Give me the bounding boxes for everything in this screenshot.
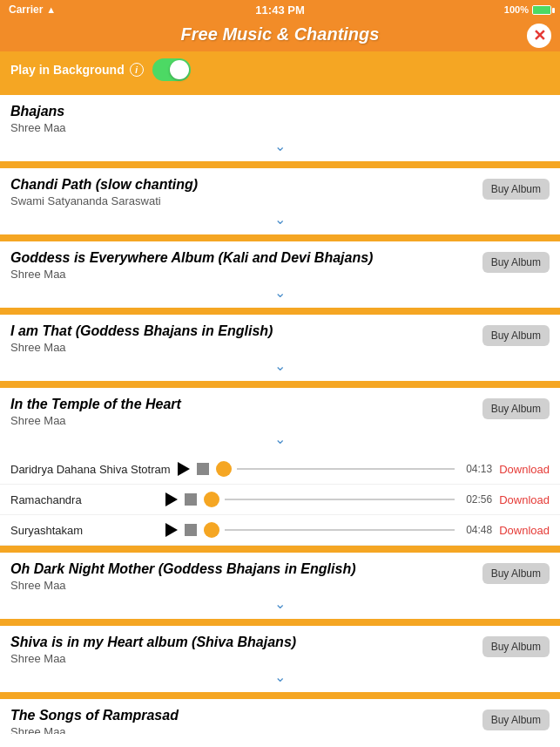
download-button[interactable]: Download bbox=[499, 524, 550, 537]
expand-album-button[interactable]: ⌄ bbox=[0, 592, 560, 619]
battery-icon bbox=[532, 5, 551, 15]
progress-bar[interactable] bbox=[225, 529, 455, 531]
expand-album-button[interactable]: ⌄ bbox=[0, 134, 560, 161]
stop-track-button[interactable] bbox=[197, 463, 209, 475]
album-artist: Shree Maa bbox=[10, 579, 550, 592]
track-duration: 02:56 bbox=[462, 493, 492, 506]
album-row: BhajansShree Maa bbox=[0, 95, 560, 134]
section-divider bbox=[0, 88, 560, 95]
chevron-down-icon: ⌄ bbox=[274, 358, 286, 373]
stop-track-button[interactable] bbox=[185, 493, 197, 506]
progress-dot[interactable] bbox=[204, 522, 219, 538]
album-row: Shiva is in my Heart album (Shiva Bhajan… bbox=[0, 626, 560, 665]
progress-container bbox=[204, 522, 455, 538]
track-name: Ramachandra bbox=[10, 493, 159, 506]
status-bar: Carrier ▲ 11:43 PM 100% bbox=[0, 0, 560, 19]
track-row: Ramachandra02:56Download bbox=[0, 485, 560, 515]
expand-album-button[interactable]: ⌄ bbox=[0, 207, 560, 234]
expand-album-button[interactable]: ⌄ bbox=[0, 281, 560, 308]
section-divider bbox=[0, 546, 560, 553]
album-row: The Songs of RamprasadShree MaaBuy Album bbox=[0, 699, 560, 734]
chevron-down-icon: ⌄ bbox=[274, 285, 286, 300]
progress-bar[interactable] bbox=[237, 468, 455, 470]
album-title: Goddess is Everywhere Album (Kali and De… bbox=[10, 250, 550, 266]
wifi-icon: ▲ bbox=[46, 4, 56, 15]
download-button[interactable]: Download bbox=[499, 493, 550, 506]
buy-album-button[interactable]: Buy Album bbox=[482, 398, 550, 419]
play-background-bar: Play in Background i bbox=[0, 51, 560, 88]
buy-album-button[interactable]: Buy Album bbox=[482, 252, 550, 273]
info-icon[interactable]: i bbox=[130, 63, 144, 77]
album-title: Oh Dark Night Mother (Goddess Bhajans in… bbox=[10, 561, 550, 577]
album-artist: Shree Maa bbox=[10, 121, 550, 134]
album-title: Chandi Path (slow chanting) bbox=[10, 177, 550, 193]
album-title: In the Temple of the Heart bbox=[10, 397, 550, 412]
toggle-knob bbox=[170, 60, 189, 79]
section-divider bbox=[0, 692, 560, 699]
progress-dot[interactable] bbox=[204, 492, 219, 507]
album-artist: Shree Maa bbox=[10, 341, 550, 354]
album-row: Chandi Path (slow chanting)Swami Satyana… bbox=[0, 168, 560, 207]
track-row: Suryashtakam04:48Download bbox=[0, 515, 560, 546]
album-title: The Songs of Ramprasad bbox=[10, 708, 550, 723]
close-button[interactable]: ✕ bbox=[527, 24, 551, 48]
progress-dot[interactable] bbox=[216, 461, 232, 477]
chevron-down-icon: ⌄ bbox=[274, 139, 286, 153]
app-header: Free Music & Chantings ✕ bbox=[0, 19, 560, 51]
track-name: Daridrya Dahana Shiva Stotram bbox=[10, 463, 171, 476]
expand-album-button[interactable]: ⌄ bbox=[0, 665, 560, 692]
section-divider bbox=[0, 619, 560, 626]
stop-track-button[interactable] bbox=[185, 524, 197, 536]
play-background-toggle[interactable] bbox=[152, 58, 191, 81]
chevron-down-icon: ⌄ bbox=[274, 596, 286, 611]
close-icon: ✕ bbox=[533, 28, 546, 44]
buy-album-button[interactable]: Buy Album bbox=[482, 325, 550, 346]
play-track-button[interactable] bbox=[165, 492, 178, 506]
buy-album-button[interactable]: Buy Album bbox=[482, 636, 550, 657]
download-button[interactable]: Download bbox=[499, 463, 550, 476]
track-duration: 04:13 bbox=[462, 463, 492, 475]
chevron-down-icon: ⌄ bbox=[274, 669, 286, 684]
album-title: Bhajans bbox=[10, 104, 550, 119]
expand-album-button[interactable]: ⌄ bbox=[0, 427, 560, 454]
album-artist: Swami Satyananda Saraswati bbox=[10, 194, 550, 207]
section-divider bbox=[0, 381, 560, 388]
album-row: I am That (Goddess Bhajans in English)Sh… bbox=[0, 315, 560, 354]
album-row: Oh Dark Night Mother (Goddess Bhajans in… bbox=[0, 553, 560, 592]
album-artist: Shree Maa bbox=[10, 414, 550, 427]
track-duration: 04:48 bbox=[462, 524, 492, 536]
expand-album-button[interactable]: ⌄ bbox=[0, 354, 560, 381]
album-title: Shiva is in my Heart album (Shiva Bhajan… bbox=[10, 635, 550, 650]
album-list: BhajansShree Maa⌄Chandi Path (slow chant… bbox=[0, 88, 560, 734]
buy-album-button[interactable]: Buy Album bbox=[482, 179, 550, 200]
album-artist: Shree Maa bbox=[10, 725, 550, 734]
section-divider bbox=[0, 308, 560, 315]
album-artist: Shree Maa bbox=[10, 652, 550, 665]
section-divider bbox=[0, 161, 560, 168]
play-background-label: Play in Background bbox=[10, 63, 125, 77]
album-row: In the Temple of the HeartShree MaaBuy A… bbox=[0, 388, 560, 427]
track-list: Daridrya Dahana Shiva Stotram04:13Downlo… bbox=[0, 454, 560, 546]
play-track-button[interactable] bbox=[165, 523, 178, 537]
track-name: Suryashtakam bbox=[10, 524, 159, 537]
carrier-info: Carrier ▲ bbox=[9, 3, 56, 16]
buy-album-button[interactable]: Buy Album bbox=[482, 563, 550, 584]
track-row: Daridrya Dahana Shiva Stotram04:13Downlo… bbox=[0, 454, 560, 485]
buy-album-button[interactable]: Buy Album bbox=[482, 710, 550, 730]
album-title: I am That (Goddess Bhajans in English) bbox=[10, 323, 550, 339]
chevron-down-icon: ⌄ bbox=[274, 431, 286, 446]
time-display: 11:43 PM bbox=[255, 3, 304, 17]
battery-info: 100% bbox=[504, 4, 551, 15]
battery-percentage: 100% bbox=[504, 4, 529, 15]
progress-bar[interactable] bbox=[225, 499, 455, 500]
album-row: Goddess is Everywhere Album (Kali and De… bbox=[0, 241, 560, 281]
chevron-down-icon: ⌄ bbox=[274, 212, 286, 227]
section-divider bbox=[0, 234, 560, 241]
carrier-text: Carrier bbox=[9, 3, 43, 16]
album-artist: Shree Maa bbox=[10, 268, 550, 281]
play-track-button[interactable] bbox=[178, 462, 190, 476]
app-title: Free Music & Chantings bbox=[181, 24, 380, 44]
progress-container bbox=[216, 461, 455, 477]
progress-container bbox=[204, 492, 455, 507]
